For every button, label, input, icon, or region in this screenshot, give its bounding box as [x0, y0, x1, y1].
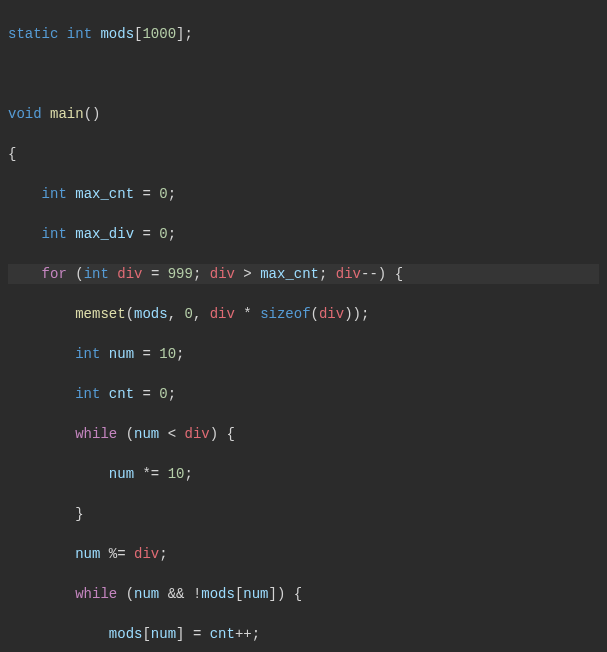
- code-line-highlighted: for (int div = 999; div > max_cnt; div--…: [8, 264, 599, 284]
- code-editor[interactable]: static int mods[1000]; void main() { int…: [0, 0, 607, 652]
- code-line: int max_cnt = 0;: [8, 184, 599, 204]
- code-line: int cnt = 0;: [8, 384, 599, 404]
- code-line: int max_div = 0;: [8, 224, 599, 244]
- code-line: int num = 10;: [8, 344, 599, 364]
- code-line: while (num < div) {: [8, 424, 599, 444]
- code-line: void main(): [8, 104, 599, 124]
- code-line: num %= div;: [8, 544, 599, 564]
- code-line: [8, 64, 599, 84]
- code-line: static int mods[1000];: [8, 24, 599, 44]
- code-line: }: [8, 504, 599, 524]
- code-line: memset(mods, 0, div * sizeof(div));: [8, 304, 599, 324]
- code-line: num *= 10;: [8, 464, 599, 484]
- code-line: {: [8, 144, 599, 164]
- code-line: while (num && !mods[num]) {: [8, 584, 599, 604]
- code-line: mods[num] = cnt++;: [8, 624, 599, 644]
